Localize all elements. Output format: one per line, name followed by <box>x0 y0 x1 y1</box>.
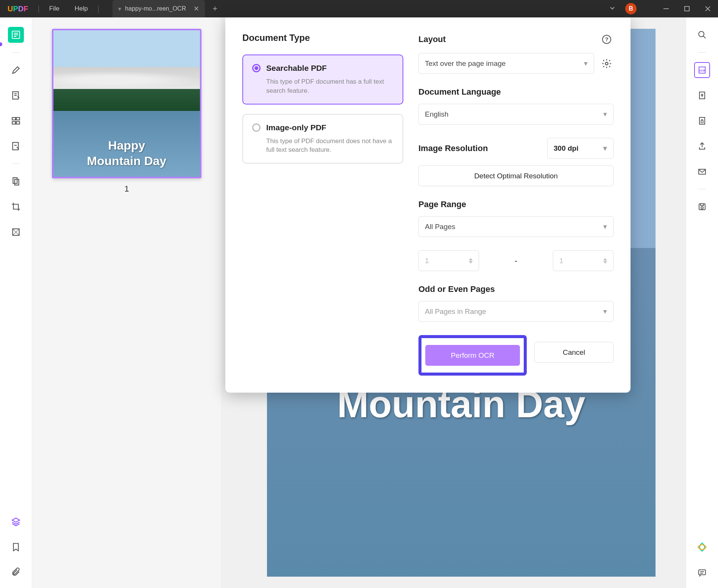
stepper-icon[interactable] <box>469 258 473 264</box>
svg-rect-10 <box>16 117 20 120</box>
thumbnail-image: Happy Mountain Day <box>52 29 201 178</box>
tab-dropdown-icon[interactable]: ▾ <box>118 5 121 12</box>
layout-label: Layout ? <box>418 33 613 46</box>
range-dash: - <box>485 256 547 266</box>
help-icon[interactable]: ? <box>600 33 613 46</box>
input-value: 1 <box>559 257 563 265</box>
left-sidebar <box>0 17 32 588</box>
odd-even-select[interactable]: All Pages in Range ▾ <box>418 301 613 322</box>
document-tab[interactable]: ▾ happy-mo...reen_OCR ✕ <box>112 0 205 17</box>
svg-rect-9 <box>12 117 16 120</box>
convert-icon[interactable] <box>694 87 710 103</box>
select-value: All Pages in Range <box>425 307 486 316</box>
svg-rect-25 <box>701 204 704 206</box>
select-value: English <box>425 110 448 119</box>
doc-type-searchable-pdf[interactable]: Searchable PDF This type of PDF document… <box>242 55 403 104</box>
radio-icon <box>252 64 261 72</box>
option-name: Image-only PDF <box>266 123 326 132</box>
option-name: Searchable PDF <box>266 64 327 73</box>
layout-select[interactable]: Text over the page image ▾ <box>418 53 594 74</box>
chevron-down-icon: ▾ <box>603 144 607 153</box>
layers-icon[interactable] <box>8 514 24 530</box>
page-range-select[interactable]: All Pages ▾ <box>418 216 613 237</box>
separator <box>12 52 20 53</box>
tab-title: happy-mo...reen_OCR <box>125 5 186 12</box>
resolution-select[interactable]: 300 dpi ▾ <box>547 138 613 159</box>
ocr-dialog: Document Type Searchable PDF This type o… <box>225 17 631 393</box>
svg-rect-22 <box>701 121 703 123</box>
separator <box>698 52 706 53</box>
svg-text:?: ? <box>605 36 608 42</box>
settings-column: Layout ? Text over the page image ▾ Docu… <box>418 33 613 376</box>
chat-icon[interactable] <box>694 565 710 580</box>
document-type-column: Document Type Searchable PDF This type o… <box>242 33 403 376</box>
chevron-down-icon[interactable] <box>609 5 616 13</box>
option-description: This type of PDF document does not have … <box>252 137 393 155</box>
save-icon[interactable] <box>694 199 710 215</box>
menu-help[interactable]: Help <box>67 5 95 12</box>
cancel-button[interactable]: Cancel <box>534 342 613 363</box>
page-tools-icon[interactable] <box>8 173 24 189</box>
svg-point-26 <box>701 207 703 209</box>
chevron-down-icon: ▾ <box>603 307 607 316</box>
attachment-icon[interactable] <box>8 565 24 580</box>
separator <box>698 189 706 189</box>
resolution-label: Image Resolution 300 dpi ▾ <box>418 138 613 159</box>
doc-type-image-only-pdf[interactable]: Image-only PDF This type of PDF document… <box>242 114 403 164</box>
close-icon[interactable] <box>697 0 718 17</box>
protect-icon[interactable] <box>694 113 710 129</box>
select-value: All Pages <box>425 223 455 231</box>
edit-text-icon[interactable] <box>8 87 24 103</box>
select-value: Text over the page image <box>425 59 506 68</box>
gear-icon[interactable] <box>600 57 613 70</box>
chevron-down-icon: ▾ <box>603 222 607 231</box>
fill-sign-icon[interactable] <box>8 138 24 154</box>
detect-resolution-button[interactable]: Detect Optimal Resolution <box>418 165 613 186</box>
range-from-input[interactable]: 1 <box>418 250 479 271</box>
tab-close-icon[interactable]: ✕ <box>194 5 199 13</box>
highlight-annotation: Perform OCR <box>418 335 527 376</box>
document-type-title: Document Type <box>242 33 403 43</box>
page-thumbnail[interactable]: Happy Mountain Day 1 <box>52 29 201 194</box>
svg-rect-12 <box>16 122 20 124</box>
add-tab-icon[interactable]: + <box>212 4 217 14</box>
minimize-icon[interactable] <box>656 0 676 17</box>
svg-rect-14 <box>13 178 17 183</box>
input-value: 1 <box>425 257 429 265</box>
menu-file[interactable]: File <box>42 5 67 12</box>
perform-ocr-button[interactable]: Perform OCR <box>425 345 520 366</box>
ocr-icon[interactable]: OCR <box>694 62 710 78</box>
svg-rect-13 <box>12 142 18 150</box>
separator: | <box>37 5 39 13</box>
stepper-icon[interactable] <box>603 258 607 264</box>
language-select[interactable]: English ▾ <box>418 104 613 125</box>
svg-point-32 <box>606 62 608 65</box>
bookmark-icon[interactable] <box>8 539 24 555</box>
titlebar: UPDF | File Help | ▾ happy-mo...reen_OCR… <box>0 0 718 17</box>
maximize-icon[interactable] <box>676 0 697 17</box>
range-to-input[interactable]: 1 <box>553 250 613 271</box>
radio-icon <box>252 123 261 132</box>
thumbnail-panel: Happy Mountain Day 1 <box>32 17 222 588</box>
svg-rect-1 <box>685 6 689 11</box>
organize-pages-icon[interactable] <box>8 113 24 129</box>
thumbnail-image-text: Happy Mountain Day <box>53 138 200 169</box>
crop-icon[interactable] <box>8 199 24 215</box>
email-icon[interactable] <box>694 164 710 179</box>
svg-rect-11 <box>12 122 16 124</box>
svg-point-17 <box>699 31 704 37</box>
search-icon[interactable] <box>694 27 710 43</box>
user-avatar[interactable]: B <box>625 3 637 14</box>
language-label: Document Language <box>418 87 613 97</box>
redact-icon[interactable] <box>8 224 24 240</box>
reader-mode-icon[interactable] <box>8 27 24 43</box>
chevron-down-icon: ▾ <box>603 110 607 119</box>
separator: | <box>97 5 99 13</box>
comment-icon[interactable] <box>8 62 24 78</box>
thumbnail-page-number: 1 <box>52 184 201 194</box>
ai-assist-icon[interactable] <box>694 539 710 555</box>
separator <box>12 164 20 164</box>
share-icon[interactable] <box>694 138 710 154</box>
app-logo: UPDF <box>0 5 36 13</box>
option-description: This type of PDF document has a full tex… <box>252 77 393 95</box>
